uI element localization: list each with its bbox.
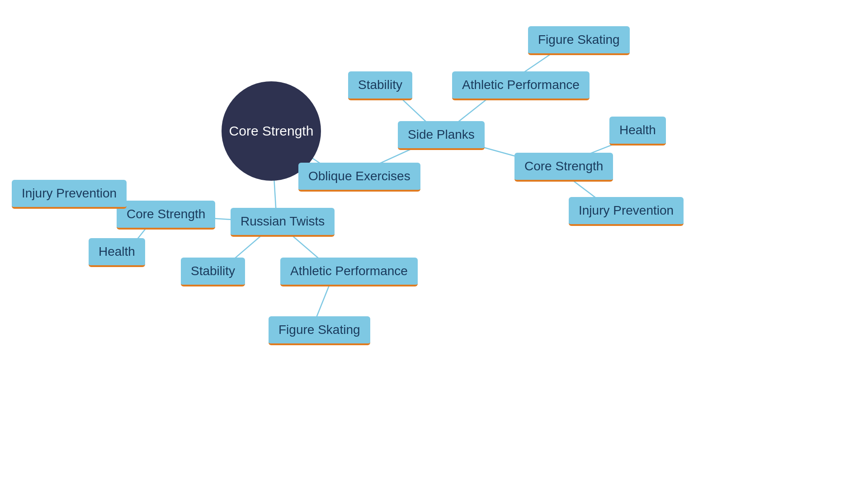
core-strength-right-label: Core Strength (514, 153, 613, 182)
health-right-node[interactable]: Health (609, 117, 666, 145)
side-planks-label: Side Planks (398, 121, 485, 150)
injury-prev-left-node[interactable]: Injury Prevention (12, 180, 127, 209)
figure-skating-top-node[interactable]: Figure Skating (528, 26, 630, 55)
side-planks-node[interactable]: Side Planks (398, 121, 485, 150)
athletic-perf-bottom-node[interactable]: Athletic Performance (280, 258, 418, 286)
health-left-node[interactable]: Health (89, 238, 145, 267)
health-left-label: Health (89, 238, 145, 267)
oblique-exercises-label: Oblique Exercises (298, 163, 420, 192)
stability-bottom-node[interactable]: Stability (181, 258, 245, 286)
figure-skating-top-label: Figure Skating (528, 26, 630, 55)
stability-top-node[interactable]: Stability (348, 71, 412, 100)
core-strength-right-node[interactable]: Core Strength (514, 153, 613, 182)
oblique-exercises-node[interactable]: Oblique Exercises (298, 163, 420, 192)
injury-prev-right-node[interactable]: Injury Prevention (569, 197, 684, 226)
injury-prev-right-label: Injury Prevention (569, 197, 684, 226)
athletic-perf-bottom-label: Athletic Performance (280, 258, 418, 286)
russian-twists-node[interactable]: Russian Twists (231, 208, 335, 237)
figure-skating-bottom-node[interactable]: Figure Skating (269, 316, 370, 345)
injury-prev-left-label: Injury Prevention (12, 180, 127, 209)
stability-top-label: Stability (348, 71, 412, 100)
core-strength-left-label: Core Strength (117, 201, 215, 230)
health-right-label: Health (609, 117, 666, 145)
athletic-perf-top-node[interactable]: Athletic Performance (452, 71, 590, 100)
stability-bottom-label: Stability (181, 258, 245, 286)
core-strength-left-node[interactable]: Core Strength (117, 201, 215, 230)
russian-twists-label: Russian Twists (231, 208, 335, 237)
figure-skating-bottom-label: Figure Skating (269, 316, 370, 345)
athletic-perf-top-label: Athletic Performance (452, 71, 590, 100)
